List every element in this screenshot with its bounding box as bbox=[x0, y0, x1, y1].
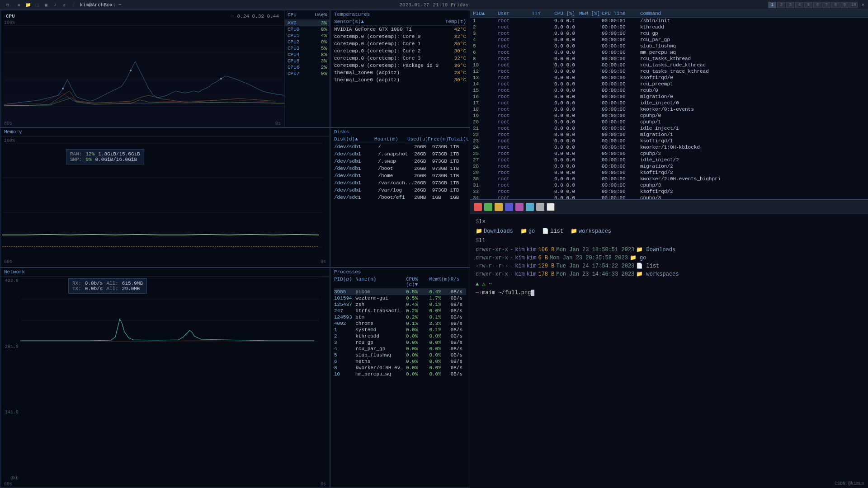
proc-row-1: 3955picom0.5%0.4%0B/s bbox=[334, 289, 466, 295]
htop-row-19: 23root0.0 0.000:00:00ksoftirqd/1 bbox=[470, 138, 868, 144]
proc-row-5: 124593btm0.2%0.1%0B/s bbox=[334, 314, 466, 320]
cpu-row-5: CPU48% bbox=[285, 52, 330, 58]
swp-label: SWP: bbox=[70, 157, 82, 162]
cpu-row-3: CPU20% bbox=[285, 39, 330, 45]
terminal-output: $ ls 📁Downloads 📁go 📄list 📁workspaces bbox=[470, 214, 868, 301]
disk-row-5: /dev/sdb1/var/cach...26GB973GB1TB bbox=[334, 179, 466, 187]
temp-col-temp: Temp(t) bbox=[445, 19, 466, 24]
app-icon-6[interactable]: ↺ bbox=[61, 1, 68, 9]
workspace-5[interactable]: 5 bbox=[804, 2, 812, 8]
svg-point-6 bbox=[220, 78, 222, 80]
ll-cmd: ll bbox=[479, 237, 485, 245]
disk-rows: /dev/sdb1/26GB973GB1TB/dev/sdb1/.snapsho… bbox=[334, 143, 466, 201]
app-icon-1[interactable]: ◈ bbox=[15, 1, 23, 9]
status-text: CSDN @kimux bbox=[835, 481, 864, 486]
swatch-white[interactable] bbox=[547, 203, 555, 211]
htop-col-user: User bbox=[498, 11, 532, 16]
topbar-time: 21:10 Friday bbox=[433, 2, 468, 8]
app-icon-2[interactable]: 📁 bbox=[24, 1, 32, 9]
workspace-8[interactable]: 8 bbox=[831, 2, 840, 8]
folder-icon-2: 📁 bbox=[520, 228, 527, 235]
ram-used: 1.8GiB/15.6GiB bbox=[98, 151, 140, 157]
swp-used: 0.0GiB/16.0GiB bbox=[95, 157, 137, 162]
temp-row-1: coretemp.0 (coretemp): Core 032°C bbox=[334, 33, 466, 40]
disk-title: Disks bbox=[330, 128, 470, 136]
cpu-100pct: 100% bbox=[4, 20, 15, 25]
net-time-range: 60s bbox=[4, 482, 12, 487]
proc-row-3: 125437zsh0.4%0.1%0B/s bbox=[334, 301, 466, 308]
swatch-green[interactable] bbox=[484, 203, 492, 211]
file-icon-1: 📄 bbox=[542, 228, 549, 235]
disk-col-m: Mount(m) bbox=[374, 136, 407, 142]
net-y2: 281.9 bbox=[2, 344, 19, 349]
cpu-row-6: CPU53% bbox=[285, 58, 330, 64]
temp-row-0: NVIDIA GeForce GTX 1080 Ti42°C bbox=[334, 26, 466, 33]
topbar-sep: | bbox=[72, 2, 75, 8]
htop-row-2: 3root0.0 0.000:00:00rcu_gp bbox=[470, 30, 868, 37]
workspace-2[interactable]: 2 bbox=[777, 2, 785, 8]
htop-row-13: 17root0.0 0.000:00:00idle_inject/0 bbox=[470, 100, 868, 106]
status-bar: CSDN @kimux bbox=[835, 481, 864, 486]
topbar-right: 1 2 3 4 5 6 7 8 9 10 × bbox=[768, 2, 864, 8]
htop-row-16: 20root0.0 0.000:00:00cpuhp/1 bbox=[470, 119, 868, 125]
svg-point-5 bbox=[130, 70, 132, 71]
close-button[interactable]: × bbox=[861, 2, 864, 8]
network-graph bbox=[20, 278, 328, 342]
proc-row-6: 4092chrome0.1%2.3%0B/s bbox=[334, 320, 466, 327]
proc-col-cpu: CPU%(c)▼ bbox=[406, 277, 429, 287]
workspace-7[interactable]: 7 bbox=[822, 2, 830, 8]
network-title: Network bbox=[4, 269, 25, 275]
htop-row-6: 8root0.0 0.000:00:00rcu_tasks_kthread bbox=[470, 56, 868, 62]
ram-percent: 12% bbox=[85, 151, 94, 157]
workspace-10[interactable]: 10 bbox=[849, 2, 858, 8]
tx-val: 0.0b/s bbox=[85, 286, 103, 291]
ll-entry-1: drwxr-xr-x-kimkim6 BMon Jan 23 20:35:58 … bbox=[476, 254, 863, 262]
workspace-9[interactable]: 9 bbox=[840, 2, 849, 8]
app-icon-3[interactable]: ⬚ bbox=[33, 1, 41, 9]
disk-row-4: /dev/sdb1/home26GB973GB1TB bbox=[334, 172, 466, 179]
prompt-chevron: ▲ △ ~ bbox=[476, 280, 492, 289]
workspace-4[interactable]: 4 bbox=[795, 2, 803, 8]
htop-col-mem: MEM [%] bbox=[579, 11, 602, 16]
swatch-blue[interactable] bbox=[505, 203, 513, 211]
network-info-box: RX: 0.0b/s All: 615.9MB TX: 0.0b/s All: … bbox=[68, 278, 147, 294]
htop-row-20: 24root0.0 0.000:00:00kworker/1:0H-kblock… bbox=[470, 144, 868, 150]
htop-row-10: 14root0.0 0.000:00:00rcu_preempt bbox=[470, 81, 868, 87]
proc-col-pid: PID(p) bbox=[334, 277, 355, 287]
htop-row-23: 28root0.0 0.000:00:00migration/2 bbox=[470, 163, 868, 169]
arch-icon[interactable]: ⊞ bbox=[4, 1, 11, 9]
htop-row-4: 5root0.0 0.000:00:00slub_flushwq bbox=[470, 43, 868, 49]
disk-col-f: Free(n) bbox=[428, 136, 448, 142]
ll-entry-3: drwxr-xr-x-kimkim178 BMon Jan 23 14:46:3… bbox=[476, 270, 863, 278]
htop-col-cmd: Command bbox=[640, 11, 865, 16]
swatch-gray[interactable] bbox=[536, 203, 544, 211]
disk-col-u: Used(u) bbox=[407, 136, 428, 142]
htop-row-21: 25root0.0 0.000:00:00cpuhp/2 bbox=[470, 150, 868, 157]
proc-row-13: 8kworker/0:0H-event...0.0%0.0%0B/s bbox=[334, 365, 466, 371]
tx-label: TX: bbox=[72, 286, 81, 291]
htop-col-cputime: CPU Time bbox=[602, 11, 640, 16]
net-y4: 0kb bbox=[2, 476, 19, 481]
htop-row-18: 22root0.0 0.000:00:00migration/1 bbox=[470, 131, 868, 138]
cpu-row-1: CPU00% bbox=[285, 26, 330, 33]
swatch-red[interactable] bbox=[474, 203, 482, 211]
proc-row-8: 2kthreadd0.0%0.0%0B/s bbox=[334, 333, 466, 339]
workspace-3[interactable]: 3 bbox=[786, 2, 794, 8]
htop-row-14: 18root0.0 0.000:00:00kworker/0:1-events bbox=[470, 106, 868, 113]
swatch-yellow[interactable] bbox=[495, 203, 503, 211]
workspace-6[interactable]: 6 bbox=[813, 2, 821, 8]
cpu-rows: AVG3%CPU00%CPU14%CPU20%CPU35%CPU48%CPU53… bbox=[285, 20, 330, 77]
swatch-purple[interactable] bbox=[515, 203, 524, 211]
app-icon-4[interactable]: ▣ bbox=[42, 1, 50, 9]
htop-row-26: 31root0.0 0.000:00:00cpuhp/3 bbox=[470, 182, 868, 188]
ll-command-line: $ ll bbox=[476, 237, 863, 245]
workspace-1[interactable]: 1 bbox=[768, 2, 776, 8]
disk-row-2: /dev/sdb1/.swap26GB973GB1TB bbox=[334, 158, 466, 165]
topbar: ⊞ ◈ 📁 ⬚ ▣ ♪ ↺ | kim@ArchBox: ~ 2023-01-2… bbox=[0, 0, 868, 10]
swatch-cyan[interactable] bbox=[526, 203, 534, 211]
ll-entry-2: -rw-r--r---kimkim129 BTue Jan 24 17:54:2… bbox=[476, 262, 863, 270]
proc-row-11: 5slub_flushwq0.0%0.0%0B/s bbox=[334, 352, 466, 358]
htop-row-24: 29root0.0 0.000:00:00ksoftirqd/2 bbox=[470, 169, 868, 176]
app-icon-5[interactable]: ♪ bbox=[52, 1, 59, 9]
htop-col-pid: PID▲ bbox=[473, 11, 498, 16]
